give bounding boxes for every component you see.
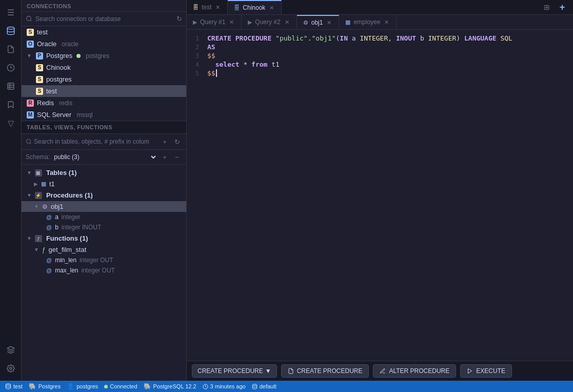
menu-icon[interactable]: ☰ bbox=[3, 4, 19, 21]
svg-marker-9 bbox=[468, 369, 472, 374]
param-b-icon: @ bbox=[46, 224, 52, 230]
get-film-stat-func-icon: ƒ bbox=[42, 246, 46, 253]
status-clock-icon bbox=[203, 384, 208, 389]
refresh-tables-button[interactable]: ↻ bbox=[172, 136, 182, 147]
tab-test-close[interactable]: ✕ bbox=[214, 4, 221, 11]
schema-select[interactable]: public (3) bbox=[52, 153, 157, 161]
tab-obj1[interactable]: ⚙ obj1 ✕ bbox=[297, 15, 340, 29]
tree-item-obj1[interactable]: ▼ ⚙ obj1 bbox=[22, 201, 186, 212]
tab-layout-button[interactable]: ⊞ bbox=[540, 1, 554, 14]
add-schema-button[interactable]: + bbox=[160, 152, 170, 162]
connection-item-chinook[interactable]: S Chinook bbox=[22, 62, 186, 73]
connection-item-oracle[interactable]: O Oracle oracle bbox=[22, 38, 186, 50]
status-connection-name[interactable]: test bbox=[5, 383, 23, 389]
tables-folder-icon: ▦ bbox=[35, 169, 42, 177]
tab-query2-close[interactable]: ✕ bbox=[284, 19, 290, 26]
editor-line-3: 3 $$ bbox=[187, 51, 573, 60]
tab-chinook-connection[interactable]: 🗄 Chinook ✕ bbox=[228, 0, 282, 14]
tree-item-get-film-stat[interactable]: ▼ ƒ get_film_stat bbox=[22, 244, 186, 255]
tables-section-label: Tables (1) bbox=[46, 169, 77, 177]
alter-procedure-btn-label: ALTER PROCEDURE bbox=[389, 367, 449, 375]
tab-query2[interactable]: ▶ Query #2 ✕ bbox=[242, 15, 297, 29]
line-num-1: 1 bbox=[187, 35, 207, 42]
line-content-5: $$ bbox=[207, 69, 573, 77]
refresh-connections-button[interactable]: ↻ bbox=[176, 15, 182, 23]
filter-icon[interactable]: ▽ bbox=[3, 115, 19, 131]
tree-item-t1[interactable]: ▶ ▦ t1 bbox=[22, 179, 186, 189]
right-panel: 🗄 test ✕ 🗄 Chinook ✕ ⊞ + ▶ Query #1 ✕ bbox=[187, 0, 573, 381]
conn-icon-chinook: S bbox=[36, 64, 43, 71]
connection-item-redis[interactable]: R Redis redis bbox=[22, 97, 186, 109]
status-test-label: test bbox=[13, 383, 23, 389]
connection-item-test-db[interactable]: S test bbox=[22, 85, 186, 97]
conn-name-redis: Redis bbox=[37, 99, 54, 107]
alter-procedure-button[interactable]: ALTER PROCEDURE bbox=[373, 364, 456, 378]
tab-test-db-icon: 🗄 bbox=[193, 4, 199, 10]
bottom-action-bar: CREATE PROCEDURE ▼ CREATE PROCEDURE ALTE… bbox=[187, 361, 573, 381]
alter-proc-icon bbox=[380, 368, 386, 374]
table-icon[interactable] bbox=[3, 78, 19, 94]
svg-line-6 bbox=[30, 20, 31, 21]
conn-icon-redis: R bbox=[27, 100, 34, 107]
tables-search-input[interactable] bbox=[34, 138, 157, 145]
svg-point-12 bbox=[252, 384, 256, 385]
history-icon[interactable] bbox=[3, 60, 19, 76]
tab-query1-close[interactable]: ✕ bbox=[228, 19, 235, 26]
functions-section-header[interactable]: ▼ ƒ Functions (1) bbox=[22, 232, 186, 244]
status-version-label: PostgreSQL 12.2 bbox=[153, 383, 196, 389]
status-user-item[interactable]: 👤 postgres bbox=[67, 383, 98, 390]
get-film-stat-name: get_film_stat bbox=[49, 246, 87, 253]
t1-table-icon: ▦ bbox=[41, 181, 46, 187]
execute-button[interactable]: EXECUTE bbox=[460, 364, 512, 378]
bookmark-icon[interactable] bbox=[3, 96, 19, 113]
conn-name-oracle: Oracle bbox=[37, 40, 56, 48]
connection-search-input[interactable] bbox=[35, 15, 173, 23]
status-elephant-icon: 🐘 bbox=[29, 383, 36, 390]
connection-item-postgres-db[interactable]: S postgres bbox=[22, 73, 186, 85]
schema-label: Schema: bbox=[26, 153, 50, 161]
layers-icon[interactable] bbox=[3, 342, 19, 358]
line-content-2: AS bbox=[207, 43, 573, 51]
tab-obj1-close[interactable]: ✕ bbox=[326, 19, 332, 26]
add-table-button[interactable]: + bbox=[160, 136, 170, 147]
tab-chinook-label: Chinook bbox=[243, 4, 265, 11]
remove-schema-button[interactable]: − bbox=[172, 152, 182, 162]
obj1-expand-icon: ▼ bbox=[34, 204, 39, 209]
connection-item-test[interactable]: S test bbox=[22, 26, 186, 38]
procedures-section-header[interactable]: ▼ ⚡ Procedures (1) bbox=[22, 189, 186, 201]
status-connected-label: Connected bbox=[110, 383, 137, 389]
editor-line-5: 5 $$ bbox=[187, 69, 573, 77]
create-procedure-dropdown[interactable]: CREATE PROCEDURE ▼ bbox=[192, 364, 277, 378]
tab-chinook-close[interactable]: ✕ bbox=[268, 5, 275, 11]
svg-rect-2 bbox=[8, 83, 14, 89]
conn-icon-postgres-db: S bbox=[36, 76, 43, 83]
conn-icon-sqlserver: M bbox=[27, 111, 34, 119]
settings-icon[interactable] bbox=[3, 360, 19, 377]
connection-item-sqlserver[interactable]: M SQL Server mssql bbox=[22, 109, 186, 121]
document-icon[interactable] bbox=[3, 41, 19, 57]
tab-query1[interactable]: ▶ Query #1 ✕ bbox=[187, 15, 242, 29]
param-min-len-name: min_len bbox=[55, 257, 76, 264]
database-icon[interactable] bbox=[3, 23, 19, 39]
editor-area[interactable]: 1 CREATE PROCEDURE "public"."obj1"(IN a … bbox=[187, 30, 573, 361]
tab-employee-close[interactable]: ✕ bbox=[383, 19, 390, 26]
param-a: @ a integer bbox=[22, 212, 186, 222]
status-version-elephant-icon: 🐘 bbox=[144, 383, 151, 390]
status-version-item: 🐘 PostgreSQL 12.2 bbox=[144, 383, 196, 390]
tab-add-button[interactable]: + bbox=[556, 1, 569, 14]
tables-section-header[interactable]: ▼ ▦ Tables (1) bbox=[22, 167, 186, 179]
tab-employee-icon: ▦ bbox=[345, 19, 350, 26]
tab-employee[interactable]: ▦ employee ✕ bbox=[339, 15, 397, 29]
connection-item-postgres[interactable]: ▼ P Postgres postgres bbox=[22, 50, 186, 62]
create-procedure-button[interactable]: CREATE PROCEDURE bbox=[281, 364, 369, 378]
status-postgres-label: Postgres bbox=[38, 383, 61, 389]
conn-db-redis: redis bbox=[59, 100, 72, 107]
conn-name-postgres-db: postgres bbox=[46, 75, 72, 83]
tab-test-connection[interactable]: 🗄 test ✕ bbox=[187, 0, 228, 14]
create-procedure-btn-label: CREATE PROCEDURE bbox=[297, 367, 363, 375]
procedures-section-label: Procedures (1) bbox=[46, 191, 93, 199]
svg-point-5 bbox=[27, 16, 31, 21]
status-postgres-item[interactable]: 🐘 Postgres bbox=[29, 383, 61, 390]
status-db-icon bbox=[5, 383, 11, 389]
tables-search-icon bbox=[26, 139, 32, 145]
